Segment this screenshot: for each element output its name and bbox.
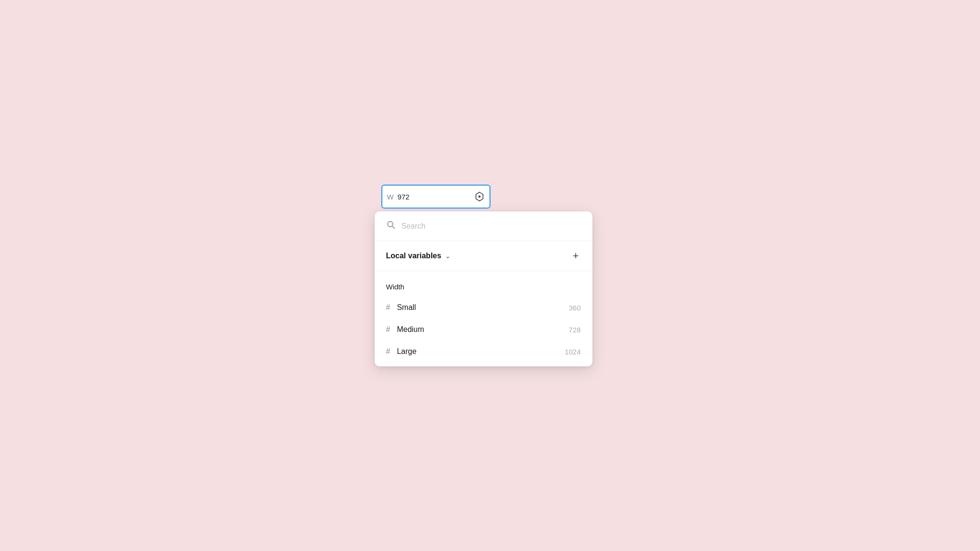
variable-value: 728: [568, 326, 580, 334]
group-label: Width: [375, 279, 592, 297]
hash-icon: #: [386, 303, 390, 312]
variable-icon: [474, 191, 485, 202]
variable-value: 1024: [565, 348, 580, 356]
hash-icon: #: [386, 347, 390, 356]
list-item[interactable]: # Medium 728: [375, 319, 592, 341]
variable-value: 360: [568, 304, 580, 312]
list-item[interactable]: # Small 360: [375, 297, 592, 319]
variable-name: Medium: [397, 325, 562, 334]
search-icon: [386, 220, 396, 232]
local-variables-label: Local variables: [386, 252, 442, 260]
local-variables-header[interactable]: Local variables ⌄: [386, 252, 451, 260]
variables-list: Width # Small 360 # Medium 728 # Large 1…: [375, 271, 592, 366]
width-label: W: [387, 193, 394, 201]
chevron-down-icon: ⌄: [445, 252, 451, 260]
search-section: [375, 211, 592, 241]
svg-line-3: [392, 226, 395, 229]
svg-point-1: [478, 196, 480, 198]
add-variable-button[interactable]: +: [571, 250, 581, 262]
variable-name: Small: [397, 303, 562, 312]
svg-point-2: [388, 221, 393, 227]
width-value: 972: [398, 193, 470, 201]
ui-container: W 972 Local variables ⌄ +: [381, 185, 599, 366]
hash-icon: #: [386, 325, 390, 334]
list-item[interactable]: # Large 1024: [375, 341, 592, 363]
variables-dropdown: Local variables ⌄ + Width # Small 360 # …: [375, 211, 592, 366]
variable-name: Large: [397, 347, 558, 356]
search-input[interactable]: [401, 222, 581, 231]
width-input-field[interactable]: W 972: [381, 185, 490, 209]
local-variables-section: Local variables ⌄ +: [375, 241, 592, 271]
